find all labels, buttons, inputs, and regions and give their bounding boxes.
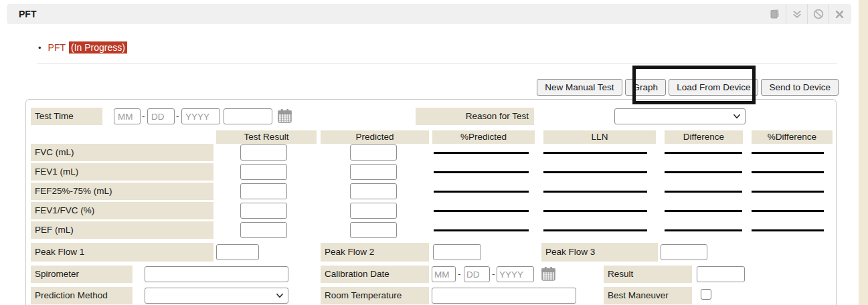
result-label: Result [604,266,692,283]
fvc-test-result-input[interactable] [240,144,287,161]
fvc-lln-dash [543,152,647,154]
fev1fvc-pct-difference-dash [752,210,824,212]
column-header-lln: LLN [543,130,656,144]
pef-test-result-input[interactable] [240,222,287,238]
graph-button[interactable]: Graph [625,79,667,96]
reason-for-test-select-wrap [614,108,746,124]
prediction-method-select[interactable] [145,288,288,304]
fef-predicted-input[interactable] [350,183,397,199]
collapse-icon[interactable] [786,4,807,24]
column-header-pct-predicted: %Predicted [432,130,535,144]
fev1-predicted-input[interactable] [350,164,397,180]
peak-flow-3-label: Peak Flow 3 [541,243,658,262]
calendar-icon[interactable] [276,108,293,126]
calibration-date-label: Calibration Date [321,266,429,283]
spirometer-label: Spirometer [31,266,133,283]
fev1-difference-dash [665,171,742,173]
column-header-pct-difference: %Difference [752,130,833,144]
calibration-mm-input[interactable] [432,266,456,282]
pef-difference-dash [665,229,742,231]
peak-flow-1-label: Peak Flow 1 [31,243,213,262]
panel-toolbar [764,4,850,24]
date-hyphen: - [176,108,179,124]
fvc-predicted-input[interactable] [350,144,397,161]
calibration-yyyy-input[interactable] [497,266,534,282]
column-header-difference: Difference [665,130,743,144]
column-header-test-result: Test Result [216,130,317,144]
fvc-pct-predicted-dash [434,152,529,154]
best-maneuver-label: Best Maneuver [604,287,692,304]
row-label-fev1: FEV1 (mL) [31,163,213,181]
pef-predicted-input[interactable] [350,222,397,238]
fvc-difference-dash [665,152,742,154]
peak-flow-2-input[interactable] [433,244,481,260]
test-time-mm-input[interactable] [114,108,141,124]
best-maneuver-checkbox[interactable] [701,289,711,300]
fev1-pct-predicted-dash [434,171,529,173]
pft-form: Test Time - - Reason for Test Test Resul… [25,99,837,305]
prediction-method-select-wrap [145,288,288,304]
column-header-predicted: Predicted [321,130,429,144]
status-line: • PFT (In Progress) [38,41,127,54]
page-title: PFT [7,9,764,19]
spirometer-input[interactable] [145,266,288,282]
fev1-test-result-input[interactable] [240,164,287,180]
fev1-lln-dash [543,171,647,173]
fev1fvc-test-result-input[interactable] [240,203,287,219]
calibration-calendar-icon[interactable] [540,266,557,284]
fef-test-result-input[interactable] [240,183,287,199]
test-time-time-input[interactable] [224,108,272,124]
room-temperature-label: Room Temperature [321,287,429,304]
journal-icon[interactable] [764,4,786,24]
fev1fvc-difference-dash [665,210,742,212]
pef-pct-difference-dash [752,229,824,231]
reason-for-test-label: Reason for Test [416,108,534,125]
panel-header: PFT [7,4,851,24]
fvc-pct-difference-dash [752,152,824,154]
calibration-dd-input[interactable] [464,266,490,282]
fef-pct-difference-dash [752,191,824,193]
load-from-device-button[interactable]: Load From Device [669,79,758,96]
new-manual-test-button[interactable]: New Manual Test [537,79,622,96]
fef-lln-dash [543,191,647,193]
fev1-pct-difference-dash [752,171,824,173]
test-time-yyyy-input[interactable] [181,108,220,124]
page-scroll-strip [859,0,868,305]
row-label-pef: PEF (mL) [31,221,213,239]
fev1fvc-lln-dash [543,210,647,212]
close-icon[interactable] [829,4,850,24]
fef-difference-dash [665,191,742,193]
section-divider [37,63,837,64]
test-time-label: Test Time [31,108,102,125]
room-temperature-input[interactable] [432,288,576,304]
cancel-icon[interactable] [807,4,829,24]
peak-flow-3-input[interactable] [661,244,707,260]
fev1fvc-predicted-input[interactable] [350,203,397,219]
date-hyphen: - [458,266,461,282]
bullet-icon: • [38,43,41,53]
row-label-fef: FEF25%-75% (mL) [31,183,213,200]
pef-lln-dash [543,229,647,231]
fev1fvc-pct-predicted-dash [434,210,529,212]
prediction-method-label: Prediction Method [31,287,133,304]
reason-for-test-select[interactable] [614,108,746,124]
send-to-device-button[interactable]: Send to Device [761,79,839,96]
date-hyphen: - [142,108,145,124]
date-hyphen: - [492,266,495,282]
row-label-fvc: FVC (mL) [31,144,213,161]
fef-pct-predicted-dash [434,191,529,193]
peak-flow-2-label: Peak Flow 2 [321,243,429,262]
status-badge: (In Progress) [69,41,127,54]
peak-flow-1-input[interactable] [216,244,259,260]
result-input[interactable] [697,266,745,282]
test-time-dd-input[interactable] [147,108,175,124]
row-label-fev1-fvc: FEV1/FVC (%) [31,202,213,219]
actions-toolbar: New Manual Test Graph Load From Device S… [537,79,839,96]
pft-link[interactable]: PFT [48,42,66,53]
pef-pct-predicted-dash [434,229,529,231]
